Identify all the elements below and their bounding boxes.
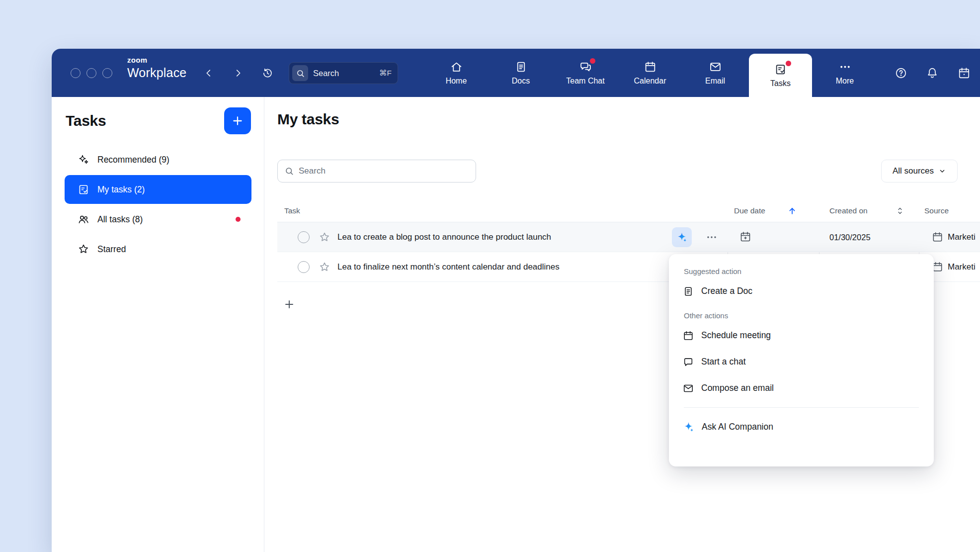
task-row[interactable]: Lea to create a blog post to announce th…: [277, 222, 980, 252]
other-actions-label: Other actions: [684, 309, 920, 322]
sidebar-item-label: Recommended (9): [97, 155, 169, 165]
chevron-left-icon: [203, 68, 214, 79]
menu-divider: [684, 407, 919, 408]
tasks-icon: [774, 63, 787, 76]
global-search[interactable]: Search ⌘F: [289, 62, 398, 84]
team-chat-notification-dot: [590, 58, 595, 64]
history-button[interactable]: [259, 65, 275, 81]
nav-more-label: More: [836, 77, 854, 86]
global-search-label: Search: [313, 69, 374, 78]
task-title[interactable]: Lea to create a blog post to announce th…: [337, 222, 551, 252]
tasks-notification-dot: [786, 61, 791, 66]
column-header-created-on[interactable]: Created on: [829, 199, 868, 222]
star-icon: [319, 261, 330, 273]
sources-filter-dropdown[interactable]: All sources: [881, 160, 958, 183]
ai-companion-actions-button[interactable]: [672, 227, 692, 247]
bell-icon: [926, 67, 939, 80]
star-icon: [78, 243, 89, 255]
suggested-action-label: Suggested action: [684, 265, 920, 278]
sidebar-item-my-tasks[interactable]: My tasks (2): [65, 175, 251, 204]
menu-item-label: Schedule meeting: [701, 330, 771, 341]
sidebar-item-label: My tasks (2): [97, 184, 145, 195]
sidebar-item-recommended[interactable]: Recommended (9): [65, 145, 251, 174]
sidebar-item-label: All tasks (8): [97, 214, 143, 225]
task-complete-checkbox[interactable]: [298, 261, 310, 273]
sidebar-item-label: Starred: [97, 244, 126, 255]
menu-item-label: Compose an email: [701, 383, 774, 393]
more-ellipsis-icon: [839, 61, 851, 73]
calendar-add-icon: [739, 231, 751, 243]
sort-ascending-icon[interactable]: [787, 206, 797, 216]
column-header-due-date[interactable]: Due date: [734, 199, 765, 222]
nav-more[interactable]: More: [817, 49, 873, 97]
tasks-sidebar: Tasks Recommended (9) My tasks (2) All t…: [52, 97, 264, 552]
plus-icon: [283, 298, 295, 310]
back-button[interactable]: [201, 65, 217, 81]
nav-team-chat[interactable]: Team Chat: [558, 49, 613, 97]
menu-item-create-doc[interactable]: Create a Doc: [683, 278, 920, 304]
nav-home-label: Home: [446, 77, 467, 86]
menu-item-ask-ai-companion[interactable]: Ask AI Companion: [683, 414, 920, 440]
topbar: zoom Workplace Search ⌘F Home Docs: [52, 49, 980, 97]
nav-tasks-label: Tasks: [770, 79, 791, 88]
nav-home[interactable]: Home: [428, 49, 484, 97]
forward-button[interactable]: [230, 65, 246, 81]
window-control-dot[interactable]: [71, 68, 81, 78]
history-clock-icon: [261, 67, 273, 79]
tasks-search-input[interactable]: [299, 160, 476, 182]
nav-email-label: Email: [705, 77, 725, 86]
sources-filter-label: All sources: [893, 166, 934, 176]
row-more-actions-button[interactable]: [704, 230, 720, 244]
add-new-task-button[interactable]: [282, 297, 296, 311]
window-controls[interactable]: [71, 68, 112, 78]
nav-tasks[interactable]: Tasks: [749, 54, 812, 97]
chevron-right-icon: [233, 68, 244, 79]
sparkles-icon: [78, 154, 89, 166]
sidebar-item-all-tasks[interactable]: All tasks (8): [65, 205, 251, 234]
schedule-button[interactable]: [956, 65, 972, 81]
column-header-task: Task: [284, 199, 300, 222]
window-control-dot[interactable]: [102, 68, 112, 78]
home-icon: [450, 61, 463, 73]
calendar-icon: [644, 61, 656, 73]
search-icon: [285, 167, 294, 176]
star-task-button[interactable]: [319, 231, 330, 245]
ai-sparkle-icon: [676, 232, 687, 243]
all-tasks-notification-dot: [236, 217, 241, 222]
nav-email[interactable]: Email: [687, 49, 743, 97]
menu-item-label: Start a chat: [701, 357, 746, 367]
task-title[interactable]: Lea to finalize next month’s content cal…: [337, 252, 560, 282]
nav-calendar[interactable]: Calendar: [622, 49, 678, 97]
zoom-workplace-window: zoom Workplace Search ⌘F Home Docs: [52, 49, 980, 552]
menu-item-label: Ask AI Companion: [702, 422, 773, 432]
search-shortcut: ⌘F: [379, 69, 392, 78]
sidebar-item-starred[interactable]: Starred: [65, 235, 251, 264]
star-task-button[interactable]: [319, 261, 330, 275]
menu-item-start-chat[interactable]: Start a chat: [683, 349, 920, 375]
ai-companion-sparkle-icon: [683, 421, 694, 433]
brand-workplace-text: Workplace: [127, 67, 186, 79]
source-calendar-icon: [932, 231, 943, 243]
tasks-search: [277, 160, 476, 183]
add-task-button[interactable]: [224, 107, 251, 134]
docs-icon: [515, 61, 527, 73]
menu-item-schedule-meeting[interactable]: Schedule meeting: [683, 322, 920, 349]
task-complete-checkbox[interactable]: [298, 231, 310, 243]
search-icon: [292, 65, 308, 81]
window-control-dot[interactable]: [86, 68, 96, 78]
calendar-icon: [683, 330, 694, 341]
add-due-date-button[interactable]: [739, 231, 751, 244]
nav-docs[interactable]: Docs: [493, 49, 549, 97]
help-button[interactable]: [893, 65, 909, 81]
calendar-date-icon: [958, 67, 971, 80]
sidebar-title: Tasks: [66, 112, 106, 129]
task-created-on: 01/30/2025: [829, 222, 871, 252]
menu-item-compose-email[interactable]: Compose an email: [683, 375, 920, 401]
doc-icon: [683, 286, 694, 297]
task-source: Marketi: [948, 222, 976, 252]
star-icon: [319, 231, 330, 243]
sort-toggle-icon[interactable]: [895, 206, 905, 216]
help-icon: [895, 67, 907, 80]
notifications-button[interactable]: [924, 65, 940, 81]
table-header: Task Due date Created on Source: [277, 199, 980, 222]
